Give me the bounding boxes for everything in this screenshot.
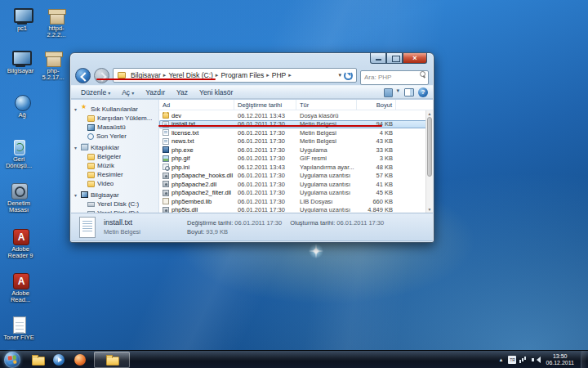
file-row-php-ini[interactable]: php.ini06.12.2011 13:43Yapılandırma ayar… [159,163,433,172]
caption-buttons: × [370,53,427,64]
vertical-scrollbar[interactable]: ▲ ▼ [425,110,433,213]
address-dropdown-icon[interactable]: ▾ [336,72,344,79]
sidebar-group-bilgisayar[interactable]: ▾Bilgisayar [74,190,158,200]
address-bar[interactable]: Bilgisayar▸Yerel Disk (C:)▸Program Files… [113,68,357,83]
toolbar-d-zenle[interactable]: Düzenle▾ [76,88,115,97]
tray-overflow-icon[interactable]: ▲ [497,357,506,362]
sidebar-item-belgeler[interactable]: Belgeler [74,152,158,161]
taskbar-media-player-icon[interactable] [51,353,66,366]
sidebar-item-son-yerler[interactable]: Son Yerler [74,132,158,141]
breadcrumb-separator-icon[interactable]: ▸ [288,72,292,79]
file-row-php5apache-hooks-dll[interactable]: php5apache_hooks.dll06.01.2011 17:30Uygu… [159,172,433,181]
breadcrumb-item-bilgisayar[interactable]: Bilgisayar [128,71,163,79]
desktop-icon-adobe-reader-9[interactable]: Adobe Reader 9 [3,227,38,259]
toolbar-yeni-klas-r[interactable]: Yeni klasör [194,88,238,97]
search-input[interactable] [360,70,429,85]
column-header-ad[interactable]: Ad [159,100,234,110]
lib-file-icon [163,198,169,204]
refresh-icon[interactable] [344,71,353,80]
document-icon [8,316,29,334]
breadcrumb-item-php[interactable]: PHP [270,71,288,79]
file-row-php5apache2-filter-dll[interactable]: php5apache2_filter.dll06.01.2011 17:30Uy… [159,189,433,198]
file-date-cell: 06.01.2011 17:30 [234,129,296,137]
file-date-cell: 06.12.2011 13:43 [234,164,296,171]
breadcrumb-item-yerel-disk-c[interactable]: Yerel Disk (C:) [166,71,215,79]
dll-file-icon [163,173,169,179]
twisty-icon[interactable]: ▾ [74,192,81,198]
taskbar-clock[interactable]: 13:50 06.12.2011 [542,353,577,366]
twisty-icon[interactable]: ▾ [74,106,81,112]
details-file-type: Metin Belgesi [104,228,179,236]
file-row-php5embed-lib[interactable]: php5embed.lib06.01.2011 17:30LIB Dosyası… [159,197,433,206]
desktop-icon-pc1[interactable]: pc1 [5,7,39,32]
desktop-icon-toner-fi-ye[interactable]: Toner FİYE [2,316,36,341]
language-indicator-icon[interactable] [508,356,516,364]
sidebar-group-s-k-kullan-lanlar[interactable]: ▾Sık Kullanılanlar [74,104,158,114]
file-row-news-txt[interactable]: news.txt06.01.2011 17:30Metin Belgesi43 … [159,137,433,146]
start-button[interactable] [4,352,20,368]
column-header-boyut[interactable]: Boyut [357,100,396,110]
sidebar-item-masa-st[interactable]: Masaüstü [74,123,158,132]
desktop-icon-bilgisayar[interactable]: Bilgisayar [3,49,38,74]
file-size-cell: 33 KB [357,146,396,154]
preview-pane-button[interactable] [404,88,414,96]
desktop-icon-httpd-2-2-2[interactable]: httpd-2.2.2... [39,7,74,38]
desktop-icon-php-5-2-17[interactable]: php-5.2.17... [36,49,70,81]
file-row-php-gif[interactable]: php.gif06.01.2011 17:30GIF resmi3 KB [159,155,433,164]
help-button[interactable]: ? [418,88,428,97]
text-file-icon [163,121,169,128]
toolbar-a[interactable]: Aç▾ [117,88,139,97]
change-view-button[interactable] [384,88,400,96]
text-file-icon [163,138,169,145]
scroll-up-icon[interactable]: ▲ [426,110,433,117]
sidebar-group-kitapl-klar[interactable]: ▾Kitaplıklar [74,142,158,152]
network-icon[interactable] [519,356,528,364]
desktop-icon-geri-d-n[interactable]: Geri Dönüşü... [2,137,36,169]
desktop-icon-label: httpd-2.2.2... [39,25,74,38]
file-row-php5apache2-dll[interactable]: php5apache2.dll06.01.2011 17:30Uygulama … [159,180,433,189]
back-button[interactable] [75,68,91,83]
file-name-cell: install.txt [159,120,234,128]
taskbar-explorer-icon[interactable] [30,353,45,366]
minimize-button[interactable] [370,53,386,64]
file-row-php-exe[interactable]: php.exe06.01.2011 17:30Uygulama33 KB [159,146,433,155]
file-area: AdDeğiştirme tarihiTürBoyut dev06.12.201… [159,100,433,213]
scroll-down-icon[interactable]: ▼ [426,206,433,213]
dropdown-arrow-icon: ▾ [131,91,134,96]
file-row-dev[interactable]: dev06.12.2011 13:43Dosya klasörü [159,111,433,120]
desktop-icon-a[interactable]: Ağ [5,93,39,119]
toolbar-yazd-r[interactable]: Yazdır [140,88,170,97]
active-window-explorer-icon [105,353,119,366]
windows-logo-icon [8,355,17,364]
toolbar-yaz[interactable]: Yaz [172,88,193,97]
sidebar-item-m-zik[interactable]: Müzik [74,161,158,170]
column-header-de-i-tirme-tarihi[interactable]: Değiştirme tarihi [234,100,296,110]
show-desktop-button[interactable] [581,351,586,368]
list-header: AdDeğiştirme tarihiTürBoyut [159,100,433,110]
forward-button[interactable] [94,68,109,83]
column-header-t-r[interactable]: Tür [296,100,357,110]
sidebar-item-resimler[interactable]: Resimler [74,170,158,179]
volume-icon[interactable] [531,356,539,364]
file-row-install-txt[interactable]: install.txt06.01.2011 17:30Metin Belgesi… [159,120,433,129]
close-button[interactable]: × [403,53,427,64]
twisty-icon[interactable]: ▾ [74,145,81,150]
file-row-php5ts-dll[interactable]: php5ts.dll06.01.2011 17:30Uygulama uzant… [159,206,433,213]
breadcrumb-item-program-files[interactable]: Program Files [218,71,266,79]
scrollbar-thumb[interactable] [427,117,432,177]
file-row-license-txt[interactable]: license.txt06.01.2011 17:30Metin Belgesi… [159,128,433,137]
file-name-cell: php5embed.lib [159,198,234,205]
file-date-cell: 06.01.2011 17:30 [234,189,296,196]
desktop-icon-denetim-masas[interactable]: Denetim Masası [2,182,36,213]
taskbar-active-window-button[interactable] [94,352,130,368]
sidebar-item-kar-dan-y-klem[interactable]: Karşıdan Yüklem... [74,114,158,123]
file-name-cell: php5ts.dll [159,206,234,213]
sidebar-item-yerel-disk-c[interactable]: Yerel Disk (C:) [74,200,158,209]
maximize-button[interactable] [386,53,403,64]
desktop-icon-adobe-read[interactable]: Adobe Read... [3,272,38,303]
taskbar-browser-icon[interactable] [73,353,87,366]
sidebar-item-video[interactable]: Video [74,179,158,188]
file-list: dev06.12.2011 13:43Dosya klasörüinstall.… [159,110,433,213]
file-name-text: php5apache2.dll [172,181,216,188]
file-name-text: news.txt [172,137,194,145]
